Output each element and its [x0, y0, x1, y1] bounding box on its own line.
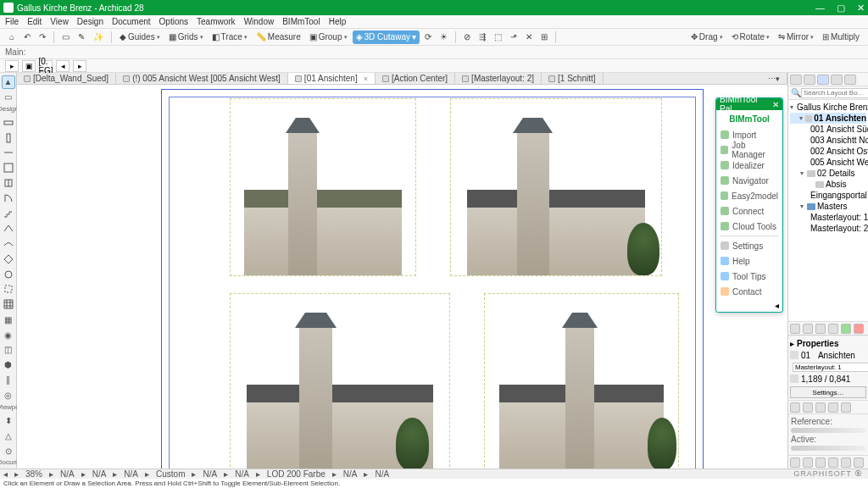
mode3-icon[interactable]	[815, 402, 826, 413]
mode5-icon[interactable]	[841, 402, 851, 413]
beam-tool[interactable]	[2, 146, 15, 159]
settings-button[interactable]: Settings…	[790, 386, 866, 398]
tree-item[interactable]: Eingangsportal	[790, 190, 866, 201]
layout-canvas[interactable]	[17, 85, 787, 469]
mode2-icon[interactable]	[803, 402, 813, 413]
nav-tab-more[interactable]	[844, 75, 856, 85]
marquee-tool[interactable]: ▭	[2, 91, 15, 104]
detail-tool[interactable]: ⊙	[2, 444, 15, 458]
eyedrop-icon[interactable]: ✎	[75, 30, 88, 44]
custom-label[interactable]: Custom	[156, 469, 185, 479]
orbit-icon[interactable]: ⟳	[421, 30, 435, 44]
bimm-idealizer[interactable]: Idealizer	[716, 158, 782, 173]
layer-icon[interactable]: ▣	[22, 60, 36, 72]
tree-item[interactable]: Masterlayout: 2	[790, 223, 866, 234]
search-input[interactable]	[801, 88, 868, 98]
mep-tool[interactable]: ⬢	[2, 358, 15, 372]
tab-005-ansicht-west[interactable]: (!) 005 Ansicht West [005 Ansicht West]	[116, 73, 288, 84]
nav-tab-project[interactable]	[790, 75, 802, 85]
drawing-view-3[interactable]	[230, 293, 450, 469]
minimize-button[interactable]: ―	[815, 3, 825, 14]
bimm-job-manager[interactable]: Job Manager	[716, 142, 782, 158]
sun-icon[interactable]: ☀	[437, 30, 451, 44]
multiply-icon[interactable]: ⊞	[537, 30, 551, 44]
bimm-tooltips[interactable]: Tool Tips	[716, 269, 782, 284]
align-icon[interactable]: ⇶	[476, 30, 489, 44]
tab-overflow-icon[interactable]: ⋯▾	[761, 73, 787, 84]
drawing-view-1[interactable]	[230, 98, 416, 276]
window-tool[interactable]	[2, 176, 15, 190]
delete-icon[interactable]	[854, 324, 864, 334]
menu-options[interactable]: Options	[159, 17, 188, 26]
status-nav-right-icon[interactable]: ▸	[14, 469, 19, 479]
tree-item[interactable]: 005 Ansicht West	[790, 157, 866, 168]
stair-tool[interactable]	[2, 207, 15, 220]
menu-edit[interactable]: Edit	[27, 17, 42, 26]
nav-tab-view[interactable]	[804, 75, 815, 85]
nav-right-icon[interactable]: ▸	[73, 60, 86, 72]
menu-view[interactable]: View	[50, 17, 69, 26]
intersect-icon[interactable]: ✕	[522, 30, 536, 44]
floor-tab[interactable]: [0. EG]	[39, 60, 53, 72]
lamp-tool[interactable]: ◉	[2, 328, 15, 341]
plus-icon[interactable]	[841, 324, 851, 334]
tree-item[interactable]: ▾02 Details	[790, 168, 866, 179]
mirror-button[interactable]: ⇋Mirror▾	[775, 30, 817, 44]
guides-button[interactable]: ◆Guides▾	[116, 30, 164, 44]
close-tab-icon[interactable]: ×	[364, 75, 368, 83]
expand-icon[interactable]: ▸	[790, 339, 794, 348]
trace3-icon[interactable]	[815, 458, 826, 468]
drawing-view-2[interactable]	[450, 98, 662, 276]
active-slider[interactable]	[791, 446, 865, 451]
tab-masterlayout2[interactable]: [Masterlayout: 2]	[455, 73, 542, 84]
drawing-view-4[interactable]	[484, 293, 679, 469]
bimm-collapse-icon[interactable]: ◂	[775, 301, 779, 310]
wall-tool[interactable]	[2, 116, 15, 130]
mode1-icon[interactable]	[790, 402, 800, 413]
mesh-tool[interactable]	[2, 297, 15, 311]
arrow-tool[interactable]: ▲	[2, 75, 15, 89]
tree-item[interactable]: ▾01 Ansichten	[790, 113, 866, 124]
new-master-icon[interactable]	[803, 324, 813, 334]
tree-item[interactable]: Masterlayout: 1	[790, 212, 866, 223]
slab-tool[interactable]	[2, 161, 15, 175]
redo-icon[interactable]: ↷	[36, 30, 49, 44]
group-button[interactable]: ▣Group▾	[306, 30, 351, 44]
tree-item[interactable]: 001 Ansicht Süd	[790, 124, 866, 135]
tab-action-center[interactable]: [Action Center]	[376, 73, 455, 84]
bimm-settings[interactable]: Settings	[716, 238, 782, 253]
menu-design[interactable]: Design	[77, 17, 103, 26]
tree-item[interactable]: Absis	[790, 179, 866, 190]
arrow-icon[interactable]: ▸	[5, 60, 19, 72]
opening-tool[interactable]: ◫	[2, 343, 15, 357]
column-tool[interactable]	[2, 131, 15, 145]
bimm-easy2model[interactable]: Easy2model	[716, 188, 782, 203]
lod-label[interactable]: LOD 200 Farbe	[267, 469, 326, 479]
shell-tool[interactable]	[2, 237, 15, 251]
undo-icon[interactable]: ↶	[20, 30, 34, 44]
roof-tool[interactable]	[2, 222, 15, 236]
measure-button[interactable]: 📏Measure	[253, 30, 304, 44]
trace5-icon[interactable]	[841, 458, 851, 468]
trace4-icon[interactable]	[828, 458, 838, 468]
bimm-contact[interactable]: Contact	[716, 284, 782, 299]
railing-tool[interactable]: ‖	[2, 374, 15, 387]
nav-tab-layout[interactable]	[817, 75, 829, 85]
menu-help[interactable]: Help	[329, 17, 347, 26]
nav-left-icon[interactable]: ◂	[56, 60, 70, 72]
keynote-tool[interactable]: ◎	[2, 389, 15, 402]
menu-bimmtool[interactable]: BIMmTool	[282, 17, 320, 26]
tree-item[interactable]: 003 Ansichtt Nord (1)	[790, 135, 866, 146]
trace2-icon[interactable]	[803, 458, 813, 468]
trace1-icon[interactable]	[790, 458, 800, 468]
tree-item[interactable]: ▾Masters	[790, 201, 866, 212]
tab-01-ansichten[interactable]: [01 Ansichten]×	[288, 73, 376, 84]
status-nav-left-icon[interactable]: ◂	[3, 469, 8, 479]
bimm-navigator[interactable]: Navigator	[716, 173, 782, 188]
maximize-button[interactable]: ▢	[837, 3, 845, 14]
marquee-icon[interactable]: ▭	[58, 30, 73, 44]
multiply-button[interactable]: ⊞Multiply	[819, 30, 863, 44]
grids-button[interactable]: ▦Grids▾	[165, 30, 207, 44]
tab-1-schnitt[interactable]: [1 Schnitt]	[542, 73, 603, 84]
menu-window[interactable]: Window	[244, 17, 275, 26]
